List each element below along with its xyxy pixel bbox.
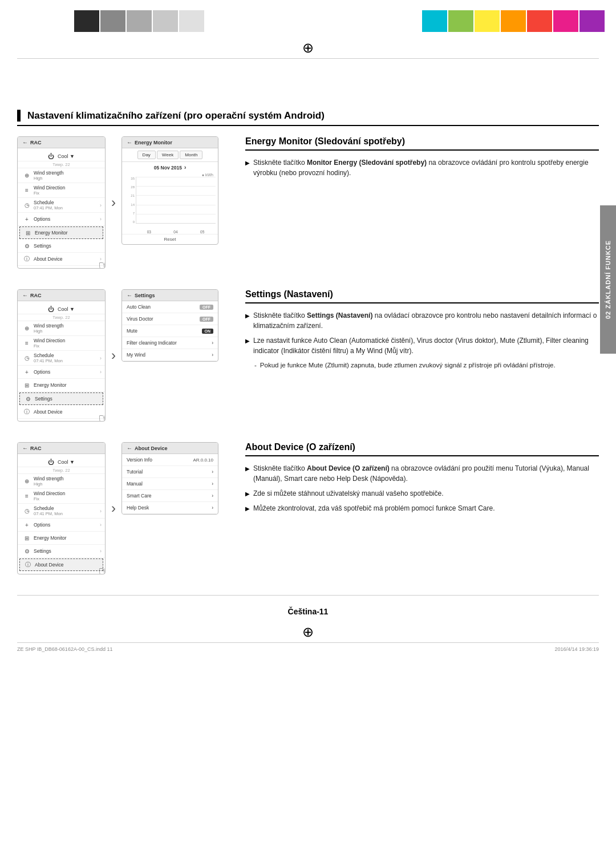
tab-month[interactable]: Month [180, 151, 202, 159]
menu-wind-strength-3: ⊕ Wind strengthHigh [18, 474, 105, 489]
registration-mark-bottom: ⊕ [0, 624, 616, 640]
settings-header: ← Settings [122, 290, 218, 301]
manual-chevron: › [212, 481, 213, 487]
help-desk-chevron: › [212, 505, 213, 511]
footer-title: Čeština-11 [17, 595, 599, 622]
color-bar-red [527, 10, 552, 32]
arrow-3: › [111, 500, 116, 516]
my-wind-chevron: › [212, 352, 213, 358]
my-wind-item[interactable]: My Wind › [122, 349, 218, 361]
menu-about-2: ⓘ About Device [18, 406, 105, 419]
energy-title: Energy Monitor (Sledování spotřeby) [245, 136, 599, 151]
menu-wind-direction-1: ≡ Wind DirectionFix [18, 183, 105, 198]
manual-item[interactable]: Manual › [122, 478, 218, 490]
rac-phone-2: ← RAC ⏻ Cool ▼ Тимр. 22 ⊕ Wind strengthH… [17, 289, 106, 422]
reset-button[interactable]: Reset [122, 234, 218, 244]
color-bar-cyan [422, 10, 447, 32]
about-title: About Device (O zařízení) [245, 442, 599, 456]
mute-item: Mute ON [122, 325, 218, 337]
section-about-device: ← RAC ⏻ Cool ▼ Тимр. 22 ⊕ Wind strengthH… [17, 442, 599, 574]
menu-wind-strength-2: ⊕ Wind strengthHigh [18, 321, 105, 336]
virus-doctor-item: Virus Doctor OFF [122, 313, 218, 325]
section-settings: ← RAC ⏻ Cool ▼ Тимр. 22 ⊕ Wind strengthH… [17, 289, 599, 422]
filter-chevron: › [212, 340, 213, 346]
hand-cursor-1: ☞ [98, 258, 106, 269]
color-bar-gray3 [153, 10, 178, 32]
color-bar-orange [501, 10, 526, 32]
menu-options-2: + Options › [18, 366, 105, 379]
settings-text-area: Settings (Nastavení) Stiskněte tlačítko … [240, 289, 599, 422]
filter-cleaning-item[interactable]: Filter cleaning Indicator › [122, 337, 218, 349]
about-bullet-3: Můžete zkontrolovat, zda váš spotřebič m… [245, 503, 599, 513]
tab-week[interactable]: Week [157, 151, 179, 159]
help-desk-item[interactable]: Help Desk › [122, 502, 218, 514]
menu-energy-2: ⊞ Energy Monitor [18, 379, 105, 392]
schedule-icon-1: ◷ [22, 201, 31, 210]
smart-care-chevron: › [212, 493, 213, 499]
settings-title: Settings (Nastavení) [245, 289, 599, 303]
settings-sub-bullet-1: Pokud je funkce Mute (Ztlumit) zapnuta, … [254, 361, 599, 370]
about-detail-screen: ← About Device Version Info AR.0.0.10 Tu… [121, 442, 218, 515]
menu-about-1: ⓘ About Device › [18, 253, 105, 266]
menu-wind-strength-1: ⊕ Wind strengthHigh [18, 168, 105, 183]
menu-settings-2[interactable]: ⚙ Settings [19, 392, 103, 405]
arrow-1: › [111, 195, 116, 211]
menu-options-1: + Options › [18, 213, 105, 226]
color-bar-green [448, 10, 473, 32]
color-bar-pink [553, 10, 578, 32]
about-bullet-2: Zde si můžete stáhnout uživatelský manuá… [245, 488, 599, 499]
about-icon-1: ⓘ [22, 254, 31, 264]
color-bar-purple [579, 10, 605, 32]
energy-icon-1: ⊞ [23, 228, 33, 237]
menu-options-3: + Options › [18, 519, 105, 532]
rac-header-3: ← RAC [18, 443, 105, 454]
hand-cursor-3: ☞ [98, 564, 106, 574]
chevron-options-1: › [100, 216, 102, 222]
menu-wind-direction-3: ≡ Wind DirectionFix [18, 489, 105, 504]
rac-phone-1: ← RAC ⏻ Cool ▼ Тимр. 22 ⊕ Wind strengthH… [17, 136, 106, 269]
menu-wind-direction-2: ≡ Wind DirectionFix [18, 336, 105, 351]
rac-header-2: ← RAC [18, 290, 105, 301]
options-icon-1: + [22, 214, 31, 224]
about-text-area: About Device (O zařízení) Stiskněte tlač… [240, 442, 599, 574]
version-info-item: Version Info AR.0.0.10 [122, 454, 218, 466]
direction-icon-1: ≡ [22, 186, 31, 195]
tutorial-chevron: › [212, 469, 213, 475]
energy-date: 05 Nov 2015 › [122, 162, 218, 173]
about-bullet-1: Stiskněte tlačítko About Device (O zaříz… [245, 463, 599, 484]
side-tab: 02 ZÁKLADNÍ FUNKCE [600, 205, 616, 354]
chevron-icon-1: › [100, 203, 102, 208]
about-header: ← About Device [122, 443, 218, 454]
virus-doctor-toggle[interactable]: OFF [200, 317, 213, 322]
energy-tabs: Day Week Month [122, 148, 218, 162]
settings-icon-1: ⚙ [22, 241, 31, 250]
kwh-label: ● kWh [122, 173, 218, 177]
registration-mark-top: ⊕ [0, 40, 616, 56]
footer-file: ZE SHP IB_DB68-06162A-00_CS.indd 11 [17, 646, 112, 652]
energy-header: ← Energy Monitor [122, 137, 218, 148]
menu-schedule-3: ◷ Schedule07:41 PM, Mon › [18, 504, 105, 519]
menu-energy-1[interactable]: ⊞ Energy Monitor [19, 226, 103, 239]
settings-bullet-2: Lze nastavit funkce Auto Clean (Automati… [245, 335, 599, 356]
color-bar-gray1 [100, 10, 125, 32]
color-bar-gray2 [127, 10, 152, 32]
menu-about-3[interactable]: ⓘ About Device [19, 558, 103, 571]
auto-clean-toggle[interactable]: OFF [200, 305, 213, 310]
section-energy-monitor: ← RAC ⏻ Cool ▼ Тимр. 22 ⊕ Wind strengthH… [17, 136, 599, 269]
rac-cool-3: ⏻ Cool ▼ [18, 456, 105, 467]
color-bar-gray4 [179, 10, 204, 32]
tutorial-item[interactable]: Tutorial › [122, 466, 218, 478]
footer-date: 2016/4/14 19:36:19 [554, 646, 599, 652]
rac-header-1: ← RAC [18, 137, 105, 148]
mute-toggle[interactable]: ON [202, 329, 214, 334]
auto-clean-item: Auto Clean OFF [122, 301, 218, 313]
menu-settings-1: ⚙ Settings [18, 240, 105, 253]
menu-settings-3: ⚙ Settings › [18, 545, 105, 558]
smart-care-item[interactable]: Smart Care › [122, 490, 218, 502]
energy-chart: 35 28 21 14 7 0 [124, 177, 216, 234]
tab-day[interactable]: Day [137, 151, 156, 159]
energy-text-area: Energy Monitor (Sledování spotřeby) Stis… [240, 136, 599, 269]
rac-phone-3: ← RAC ⏻ Cool ▼ Тимр. 22 ⊕ Wind strengthH… [17, 442, 106, 574]
rac-cool-1: ⏻ Cool ▼ [18, 151, 105, 161]
settings-bullet-1: Stiskněte tlačítko Settings (Nastavení) … [245, 310, 599, 331]
